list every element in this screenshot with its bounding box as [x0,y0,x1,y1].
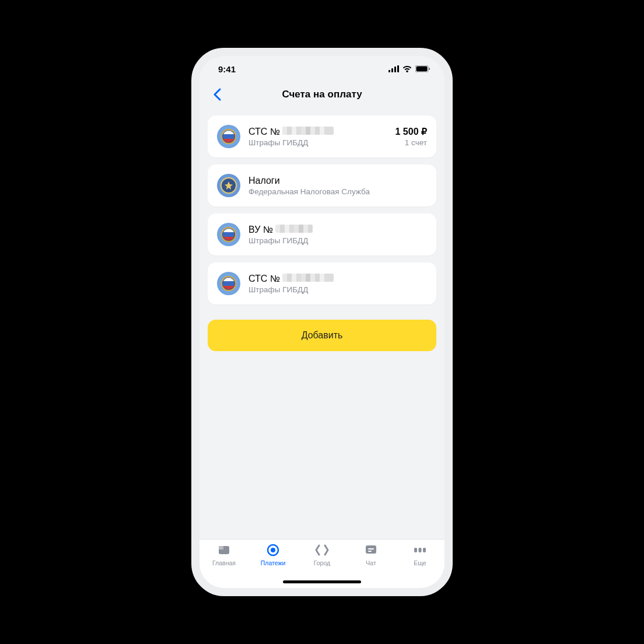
signal-icon [388,65,399,72]
svg-rect-14 [414,548,417,552]
bill-card[interactable]: ВУ № Штрафы ГИБДД [208,214,436,256]
add-button[interactable]: Добавить [208,320,436,351]
chevron-left-icon [213,88,221,101]
gibdd-icon [217,223,240,246]
svg-point-10 [271,548,275,552]
svg-rect-16 [423,548,426,552]
tab-label: Еще [414,559,426,566]
add-button-label: Добавить [302,330,343,341]
svg-rect-6 [429,68,430,70]
card-count: 1 счет [396,138,427,147]
wifi-icon [402,65,412,72]
svg-rect-5 [416,66,428,72]
tab-city[interactable]: Город [298,543,346,576]
page-title: Счета на оплату [200,89,444,100]
card-title-prefix: СТС № [249,127,280,137]
card-amount: 1 500 ₽ [396,126,427,137]
back-button[interactable] [206,84,228,105]
gibdd-icon [217,125,240,148]
svg-rect-15 [419,548,422,552]
redacted-value [275,225,313,233]
content: СТС № Штрафы ГИБДД 1 500 ₽ 1 счет Налоги… [200,107,444,539]
chat-icon [363,543,379,557]
svg-rect-12 [368,548,374,550]
svg-rect-13 [368,551,372,552]
tab-label: Платежи [261,559,286,566]
tab-label: Главная [212,559,236,566]
tab-payments[interactable]: Платежи [249,543,298,576]
status-icons [388,65,430,72]
payments-icon [265,543,281,557]
bill-card[interactable]: Налоги Федеральная Налоговая Служба [208,164,436,206]
tab-home[interactable]: Главная [200,543,249,576]
svg-rect-3 [397,65,399,72]
fns-icon [217,174,240,197]
svg-rect-2 [394,66,396,72]
card-subtitle: Штрафы ГИБДД [249,285,427,294]
city-icon [314,543,330,557]
tab-chat[interactable]: Чат [346,543,396,576]
bill-card[interactable]: СТС № Штрафы ГИБДД [208,262,436,304]
svg-rect-8 [219,546,223,550]
gibdd-icon [217,272,240,295]
more-icon [412,543,428,557]
redacted-value [282,127,334,135]
home-icon [216,543,232,557]
phone-frame: 9:41 Счета на оплату СТС № Штрафы ГИБДД … [191,48,453,596]
home-indicator[interactable] [283,580,361,583]
tab-more[interactable]: Еще [396,543,444,576]
nav-bar: Счета на оплату [200,82,444,107]
card-subtitle: Штрафы ГИБДД [249,236,427,245]
tab-label: Чат [366,559,376,566]
tab-label: Город [314,559,330,566]
battery-icon [415,65,430,72]
card-title-prefix: ВУ № [249,225,273,235]
card-title-prefix: СТС № [249,274,280,284]
bill-card[interactable]: СТС № Штрафы ГИБДД 1 500 ₽ 1 счет [208,116,436,158]
svg-rect-1 [391,68,393,72]
card-subtitle: Федеральная Налоговая Служба [249,187,427,196]
redacted-value [282,274,334,282]
status-time: 9:41 [218,64,236,74]
svg-rect-0 [388,70,390,72]
status-bar: 9:41 [200,56,444,82]
card-subtitle: Штрафы ГИБДД [249,138,390,147]
card-title: Налоги [249,176,280,186]
